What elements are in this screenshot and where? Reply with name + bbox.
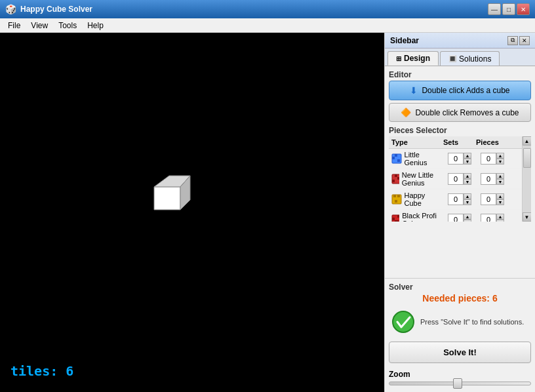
- sets-spinner-btns-0: ▲ ▼: [464, 153, 471, 165]
- add-cube-button[interactable]: ⬇ Double click Adds a cube: [389, 81, 531, 100]
- sets-input-2[interactable]: [448, 193, 464, 205]
- pieces-spinner-3[interactable]: ▲ ▼: [476, 214, 509, 222]
- sets-spinner-2[interactable]: ▲ ▼: [443, 193, 476, 205]
- sets-input-1[interactable]: [448, 173, 464, 185]
- svg-rect-17: [397, 215, 399, 218]
- zoom-slider-track[interactable]: [389, 382, 531, 385]
- design-tab-icon: ⊞: [396, 55, 401, 62]
- sets-down-2[interactable]: ▼: [464, 199, 471, 205]
- menu-help[interactable]: Help: [82, 20, 109, 31]
- app-icon: 🎲: [5, 4, 16, 14]
- new-little-genius-icon: [391, 174, 399, 184]
- editor-section: Editor ⬇ Double click Adds a cube 🔶 Doub…: [389, 70, 531, 122]
- title-controls: — □ ✕: [488, 3, 530, 15]
- svg-rect-16: [392, 218, 395, 220]
- row-1-name: New Little Genius: [402, 171, 443, 187]
- tabs: ⊞ Design 🔳 Solutions: [385, 49, 535, 66]
- pieces-down-3[interactable]: ▼: [496, 220, 504, 222]
- sidebar-close-button[interactable]: ✕: [519, 36, 530, 45]
- pieces-up-1[interactable]: ▲: [496, 173, 504, 179]
- menu-file[interactable]: File: [3, 20, 26, 31]
- svg-rect-10: [397, 177, 399, 180]
- remove-cube-button[interactable]: 🔶 Double click Removes a cube: [389, 103, 531, 122]
- sets-down-1[interactable]: ▼: [464, 179, 471, 185]
- zoom-section: Zoom: [385, 367, 535, 392]
- tiles-label: tiles: 6: [10, 363, 73, 379]
- pieces-up-3[interactable]: ▲: [496, 214, 504, 220]
- happy-cube-icon: [391, 194, 402, 205]
- pieces-input-3[interactable]: [481, 214, 496, 222]
- table-row: Little Genius ▲ ▼: [389, 149, 522, 169]
- title-bar: 🎲 Happy Cube Solver — □ ✕: [0, 0, 535, 18]
- scroll-down-button[interactable]: ▼: [523, 212, 532, 222]
- solve-button[interactable]: Solve It!: [389, 342, 531, 363]
- sets-down-0[interactable]: ▼: [464, 159, 471, 165]
- table-row: New Little Genius ▲ ▼: [389, 169, 522, 189]
- table-row: Black Profi Cube ▲ ▼: [389, 210, 522, 222]
- sets-up-2[interactable]: ▲: [464, 193, 471, 199]
- pieces-spinner-1[interactable]: ▲ ▼: [476, 173, 509, 185]
- sidebar: Sidebar ⧉ ✕ ⊞ Design 🔳 Solutions Editor: [384, 33, 535, 392]
- sets-spinner-0[interactable]: ▲ ▼: [443, 153, 476, 165]
- sets-input-3[interactable]: [448, 214, 464, 222]
- tab-solutions[interactable]: 🔳 Solutions: [440, 51, 500, 66]
- sets-input-0[interactable]: [448, 153, 464, 165]
- pieces-down-1[interactable]: ▼: [496, 179, 504, 185]
- needed-count: 6: [492, 293, 498, 304]
- sets-up-1[interactable]: ▲: [464, 173, 471, 179]
- pieces-spinner-0[interactable]: ▲ ▼: [476, 153, 509, 165]
- table-row: Happy Cube ▲ ▼: [389, 189, 522, 210]
- pieces-spinner-btns-1: ▲ ▼: [496, 173, 504, 185]
- solver-info: Press "Solve It" to find solutions.: [389, 307, 531, 336]
- sets-spinner-btns-2: ▲ ▼: [464, 193, 471, 205]
- pieces-table: Type Sets Pieces: [389, 136, 522, 222]
- svg-marker-0: [154, 187, 180, 210]
- solver-label: Solver: [389, 283, 531, 292]
- solver-section: Solver Needed pieces: 6 Press "Solve It"…: [385, 278, 535, 367]
- pieces-up-2[interactable]: ▲: [496, 193, 504, 199]
- sets-spinner-1[interactable]: ▲ ▼: [443, 173, 476, 185]
- svg-rect-6: [397, 159, 400, 162]
- zoom-slider-thumb[interactable]: [453, 378, 462, 389]
- pieces-input-2[interactable]: [481, 193, 496, 205]
- pieces-spinner-btns-3: ▲ ▼: [496, 214, 504, 222]
- menu-view[interactable]: View: [26, 20, 53, 31]
- canvas-area[interactable]: tiles: 6: [0, 33, 384, 392]
- zoom-label: Zoom: [389, 370, 531, 379]
- pieces-selector-label: Pieces Selector: [389, 126, 531, 135]
- pieces-up-0[interactable]: ▲: [496, 153, 504, 159]
- add-cube-icon: ⬇: [410, 85, 418, 96]
- little-genius-icon: [391, 153, 402, 164]
- tab-design[interactable]: ⊞ Design: [387, 51, 439, 66]
- scroll-thumb[interactable]: [523, 148, 531, 168]
- row-3-name: Black Profi Cube: [402, 212, 443, 222]
- sidebar-title: Sidebar: [390, 36, 419, 45]
- pieces-input-1[interactable]: [481, 173, 496, 185]
- pieces-selector-section: Pieces Selector Type Sets Pieces: [389, 126, 531, 222]
- sets-spinner-btns-3: ▲ ▼: [464, 214, 471, 222]
- pieces-input-0[interactable]: [481, 153, 496, 165]
- sidebar-float-button[interactable]: ⧉: [507, 36, 518, 45]
- col-sets: Sets: [443, 138, 476, 146]
- scroll-up-button[interactable]: ▲: [523, 136, 532, 146]
- sets-up-3[interactable]: ▲: [464, 214, 471, 220]
- row-2-name: Happy Cube: [405, 191, 443, 207]
- pieces-header: Type Sets Pieces: [389, 136, 522, 149]
- sidebar-content: Editor ⬇ Double click Adds a cube 🔶 Doub…: [385, 66, 535, 278]
- sets-down-3[interactable]: ▼: [464, 220, 471, 222]
- svg-rect-8: [395, 174, 397, 177]
- pieces-spinner-2[interactable]: ▲ ▼: [476, 193, 509, 205]
- menu-tools[interactable]: Tools: [53, 20, 82, 31]
- pieces-spinner-btns-0: ▲ ▼: [496, 153, 504, 165]
- close-button[interactable]: ✕: [517, 3, 530, 15]
- pieces-down-0[interactable]: ▼: [496, 159, 504, 165]
- svg-rect-9: [392, 180, 395, 182]
- pieces-down-2[interactable]: ▼: [496, 199, 504, 205]
- remove-cube-icon: 🔶: [401, 108, 411, 117]
- pieces-scrollbar[interactable]: ▲ ▼: [522, 136, 531, 222]
- minimize-button[interactable]: —: [488, 3, 501, 15]
- sets-up-0[interactable]: ▲: [464, 153, 471, 159]
- sets-spinner-3[interactable]: ▲ ▼: [443, 214, 476, 222]
- sidebar-header: Sidebar ⧉ ✕: [385, 33, 535, 49]
- maximize-button[interactable]: □: [502, 3, 515, 15]
